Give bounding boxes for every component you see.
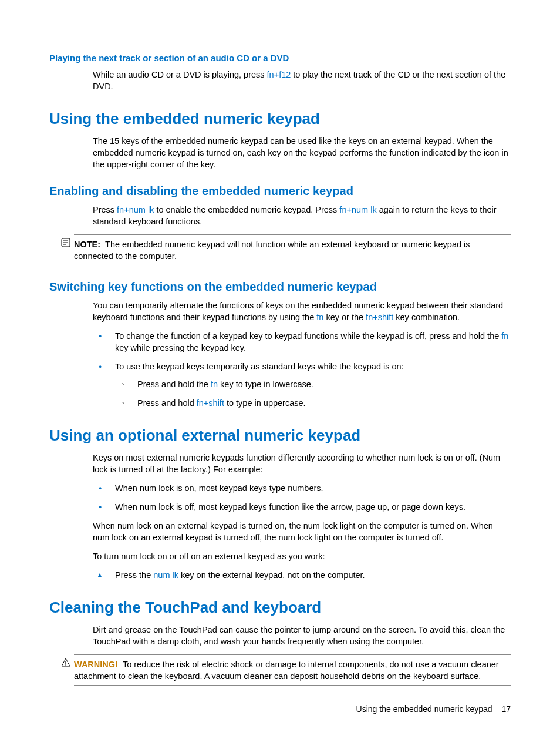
sub-bullet-list: Press and hold the fn key to type in low… <box>115 378 511 409</box>
paragraph: Keys on most external numeric keypads fu… <box>93 452 511 475</box>
heading-embedded-keypad: Using the embedded numeric keypad <box>49 110 511 128</box>
page-footer: Using the embedded numeric keypad 17 <box>356 704 511 714</box>
list-item: To use the keypad keys temporarily as st… <box>93 361 511 409</box>
heading-switching: Switching key functions on the embedded … <box>49 280 511 294</box>
note-text: The embedded numeric keypad will not fun… <box>74 240 470 261</box>
hotkey-fn-f12: fn+f12 <box>267 70 291 79</box>
text: Press and hold the <box>137 379 211 389</box>
bullet-list: To change the function of a keypad key t… <box>93 330 511 409</box>
paragraph: While an audio CD or a DVD is playing, p… <box>93 69 511 92</box>
list-item: When num lock is off, most keypad keys f… <box>93 501 511 513</box>
hotkey-fn-numlk: fn+num lk <box>339 205 376 214</box>
warning-label: WARNING! <box>74 660 118 669</box>
page-number: 17 <box>501 704 511 714</box>
heading-enable-disable: Enabling and disabling the embedded nume… <box>49 184 511 198</box>
hotkey-fn-shift: fn+shift <box>366 312 393 322</box>
text: key while pressing the keypad key. <box>115 343 246 352</box>
warning-icon <box>61 658 70 667</box>
note-label: NOTE: <box>74 240 100 249</box>
hotkey-numlk: num lk <box>153 570 178 580</box>
text: Press <box>93 205 117 214</box>
svg-point-6 <box>65 664 66 666</box>
text: Press and hold <box>137 398 197 408</box>
hotkey-fn-shift: fn+shift <box>197 398 224 408</box>
text: To change the function of a keypad key t… <box>115 331 501 341</box>
heading-external-keypad: Using an optional external numeric keypa… <box>49 426 511 445</box>
text: to enable the embedded numeric keypad. P… <box>154 205 339 214</box>
note-icon <box>61 238 70 247</box>
list-item: When num lock is on, most keypad keys ty… <box>93 482 511 494</box>
step-item: Press the num lk key on the external key… <box>93 569 511 581</box>
text: key to type in lowercase. <box>218 379 313 389</box>
hotkey-fn: fn <box>501 331 508 341</box>
hotkey-fn-numlk: fn+num lk <box>117 205 154 214</box>
footer-section-title: Using the embedded numeric keypad <box>356 704 492 714</box>
heading-playing-next: Playing the next track or section of an … <box>49 53 511 63</box>
text: to type in uppercase. <box>224 398 306 408</box>
text: Press the <box>115 570 153 580</box>
list-item: Press and hold fn+shift to type in upper… <box>115 397 511 409</box>
paragraph: Dirt and grease on the TouchPad can caus… <box>93 624 511 647</box>
text: key or the <box>323 312 366 322</box>
note-box: NOTE:The embedded numeric keypad will no… <box>74 234 511 266</box>
list-item: To change the function of a keypad key t… <box>93 330 511 354</box>
warning-box: WARNING!To reduce the risk of electric s… <box>74 654 511 686</box>
paragraph: You can temporarily alternate the functi… <box>93 300 511 323</box>
text: While an audio CD or a DVD is playing, p… <box>93 70 267 79</box>
list-item: Press and hold the fn key to type in low… <box>115 378 511 390</box>
paragraph: Press fn+num lk to enable the embedded n… <box>93 204 511 227</box>
bullet-list: When num lock is on, most keypad keys ty… <box>93 482 511 513</box>
text: To use the keypad keys temporarily as st… <box>115 362 404 371</box>
paragraph: When num lock on an external keypad is t… <box>93 520 511 543</box>
hotkey-fn: fn <box>316 312 323 322</box>
paragraph: To turn num lock on or off on an externa… <box>93 550 511 562</box>
text: key on the external keypad, not on the c… <box>178 570 365 580</box>
hotkey-fn: fn <box>211 379 218 389</box>
warning-text: To reduce the risk of electric shock or … <box>74 660 499 681</box>
heading-cleaning: Cleaning the TouchPad and keyboard <box>49 599 511 617</box>
paragraph: The 15 keys of the embedded numeric keyp… <box>93 135 511 170</box>
text: key combination. <box>393 312 460 322</box>
